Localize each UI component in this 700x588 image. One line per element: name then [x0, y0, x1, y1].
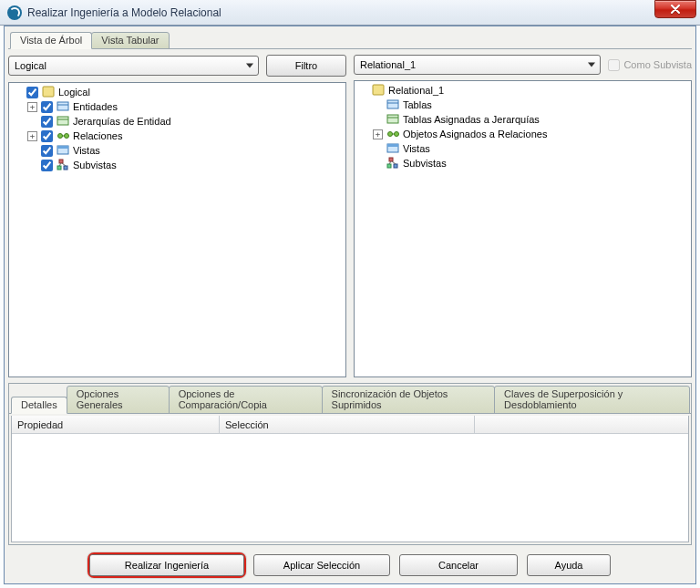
entities-icon [57, 99, 71, 114]
tree-label: Subvistas [403, 158, 447, 169]
left-panel: Logical Filtro [8, 53, 346, 377]
view-mode-tabs: Vista de Árbol Vista Tabular [8, 30, 692, 49]
tree-label: Entidades [73, 101, 118, 112]
right-model-select[interactable]: Relational_1 [354, 55, 601, 75]
close-button[interactable] [654, 0, 696, 18]
tab-label: Opciones de Comparación/Copia [179, 388, 267, 410]
tree-checkbox[interactable] [26, 87, 38, 98]
svg-rect-27 [394, 164, 397, 168]
relations-icon [57, 129, 71, 143]
tree-label: Tablas [403, 99, 432, 110]
tree-checkbox[interactable] [41, 130, 53, 142]
tree-checkbox[interactable] [41, 160, 53, 171]
tree-label: Relaciones [73, 130, 122, 141]
svg-rect-0 [43, 87, 54, 97]
svg-rect-11 [57, 166, 61, 170]
engineer-button-highlight: Realizar Ingeniería [89, 554, 244, 576]
svg-rect-25 [389, 158, 393, 161]
relations-icon [386, 127, 401, 141]
svg-rect-12 [64, 166, 67, 170]
filter-button[interactable]: Filtro [266, 55, 346, 77]
tab-label: Sincronización de Objetos Suprimidos [332, 388, 448, 410]
col-blank [475, 416, 688, 433]
como-subvista-checkbox [608, 59, 620, 71]
svg-rect-15 [373, 85, 384, 95]
help-button[interactable]: Ayuda [527, 554, 611, 576]
svg-rect-26 [387, 164, 391, 168]
views-icon [57, 143, 71, 158]
tree-label: Vistas [403, 143, 430, 154]
button-label: Aplicar Selección [283, 560, 360, 571]
tables-hier-icon [386, 112, 401, 127]
close-icon [671, 5, 680, 14]
tab-compare[interactable]: Opciones de Comparación/Copia [169, 386, 323, 414]
tree-label: Objetos Asignados a Relaciones [403, 129, 547, 139]
cancel-button[interactable]: Cancelar [399, 554, 518, 576]
hierarchy-icon [57, 114, 71, 129]
svg-rect-18 [387, 115, 398, 123]
right-panel: Relational_1 Como Subvista [354, 53, 692, 377]
tree-label: Jerarquías de Entidad [73, 116, 171, 127]
col-property[interactable]: Propiedad [12, 416, 220, 433]
svg-rect-3 [57, 117, 68, 125]
right-tree[interactable]: Relational_1 Tablas [354, 80, 692, 377]
button-label: Cancelar [438, 560, 479, 571]
checkbox-label: Como Subvista [623, 59, 692, 70]
expand-toggle[interactable]: + [373, 129, 383, 139]
svg-rect-9 [57, 146, 68, 149]
tree-label: Relational_1 [388, 85, 444, 96]
svg-point-21 [395, 132, 399, 137]
tab-table-view[interactable]: Vista Tabular [91, 32, 169, 49]
apply-button[interactable]: Aplicar Selección [253, 554, 390, 576]
expand-toggle[interactable]: + [27, 102, 37, 112]
dialog-footer: Realizar Ingeniería Aplicar Selección Ca… [8, 545, 692, 580]
bottom-tabs: Detalles Opciones Generales Opciones de … [9, 384, 691, 414]
tables-icon [386, 98, 401, 112]
button-label: Filtro [295, 60, 317, 71]
col-selection[interactable]: Selección [220, 416, 475, 433]
tab-label: Claves de Superposición y Desdoblamiento [504, 388, 623, 410]
tree-label: Logical [58, 87, 90, 98]
tree-checkbox[interactable] [41, 101, 53, 113]
svg-rect-16 [387, 100, 398, 108]
svg-rect-1 [57, 102, 68, 110]
left-model-select[interactable]: Logical [8, 56, 259, 76]
engineer-button[interactable]: Realizar Ingeniería [89, 554, 244, 576]
subviews-icon [57, 158, 71, 172]
tab-general[interactable]: Opciones Generales [67, 386, 170, 414]
svg-point-20 [388, 132, 393, 137]
tree-label: Tablas Asignadas a Jerarquías [403, 114, 540, 125]
model-icon [42, 85, 57, 99]
tab-keys[interactable]: Claves de Superposición y Desdoblamiento [494, 386, 690, 414]
tree-checkbox[interactable] [41, 145, 53, 157]
model-icon [372, 83, 386, 98]
details-area: Detalles Opciones Generales Opciones de … [8, 383, 692, 545]
tab-sync[interactable]: Sincronización de Objetos Suprimidos [322, 386, 496, 414]
tree-label: Subvistas [73, 160, 117, 170]
dialog-body: Vista de Árbol Vista Tabular Logical Fil… [4, 26, 696, 584]
svg-rect-10 [59, 160, 63, 163]
tab-label: Vista de Árbol [20, 35, 82, 46]
expand-toggle[interactable]: + [27, 131, 37, 141]
button-label: Ayuda [555, 560, 583, 571]
button-label: Realizar Ingeniería [125, 560, 209, 571]
panel-row: Logical Filtro [8, 53, 692, 377]
window-title: Realizar Ingeniería a Modelo Relacional [27, 6, 221, 19]
property-table: Propiedad Selección [11, 416, 689, 542]
left-tree[interactable]: Logical + Entidades [8, 82, 346, 377]
tab-label: Detalles [21, 399, 57, 410]
svg-point-6 [65, 134, 69, 139]
svg-rect-24 [387, 144, 398, 147]
titlebar: Realizar Ingeniería a Modelo Relacional [0, 0, 700, 26]
tab-label: Vista Tabular [101, 35, 159, 46]
subviews-icon [386, 156, 401, 170]
svg-point-5 [58, 134, 63, 139]
tab-details[interactable]: Detalles [11, 397, 67, 414]
app-icon [7, 5, 22, 20]
tree-checkbox[interactable] [41, 116, 53, 128]
table-header: Propiedad Selección [12, 416, 688, 434]
tab-label: Opciones Generales [77, 388, 123, 410]
tab-tree-view[interactable]: Vista de Árbol [10, 32, 92, 49]
tree-label: Vistas [73, 145, 100, 156]
views-icon [386, 141, 401, 156]
